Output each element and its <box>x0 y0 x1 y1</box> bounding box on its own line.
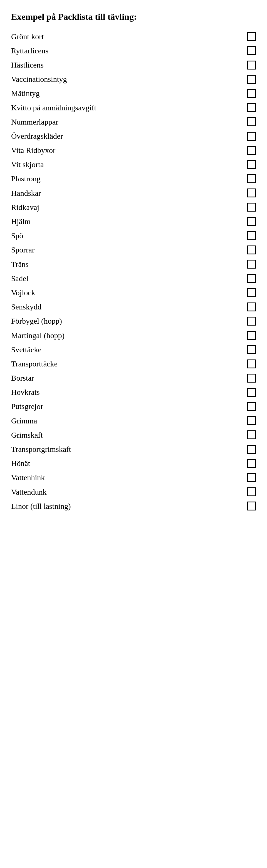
checkbox[interactable] <box>247 502 256 510</box>
checkbox[interactable] <box>247 174 256 183</box>
item-label: Vattendunk <box>11 487 241 497</box>
item-label: Träns <box>11 259 241 270</box>
item-label: Grimma <box>11 415 241 426</box>
item-label: Sadel <box>11 273 241 284</box>
item-label: Putsgrejor <box>11 401 241 412</box>
list-item: Plastrong <box>11 172 256 186</box>
item-label: Grönt kort <box>11 31 241 42</box>
checkbox[interactable] <box>247 331 256 340</box>
item-label: Svettäcke <box>11 344 241 355</box>
checkbox[interactable] <box>247 374 256 382</box>
item-label: Borstar <box>11 373 241 383</box>
checkbox[interactable] <box>247 487 256 496</box>
item-label: Grimskaft <box>11 430 241 440</box>
list-item: Sporrar <box>11 243 256 257</box>
page-title: Exempel på Packlista till tävling: <box>11 11 256 23</box>
list-item: Sadel <box>11 271 256 285</box>
item-label: Vita Ridbyxor <box>11 145 241 156</box>
checkbox[interactable] <box>247 32 256 41</box>
checkbox[interactable] <box>247 132 256 141</box>
list-item: Träns <box>11 257 256 271</box>
list-item: Vattendunk <box>11 485 256 499</box>
list-item: Transportgrimskaft <box>11 442 256 456</box>
list-item: Transporttäcke <box>11 357 256 371</box>
list-item: Handskar <box>11 186 256 200</box>
checkbox[interactable] <box>247 473 256 482</box>
checkbox[interactable] <box>247 188 256 197</box>
item-label: Transportgrimskaft <box>11 444 241 455</box>
checkbox[interactable] <box>247 160 256 169</box>
item-label: Mätintyg <box>11 88 241 99</box>
checkbox[interactable] <box>247 445 256 454</box>
checkbox[interactable] <box>247 46 256 55</box>
list-item: Vita Ridbyxor <box>11 143 256 157</box>
item-label: Vit skjorta <box>11 159 241 170</box>
item-label: Ryttarlicens <box>11 45 241 56</box>
list-item: Kvitto på anmälningsavgift <box>11 101 256 115</box>
item-label: Vaccinationsintyg <box>11 74 241 85</box>
checkbox[interactable] <box>247 303 256 311</box>
list-item: Grimskaft <box>11 428 256 442</box>
item-label: Överdragskläder <box>11 131 241 142</box>
checkbox[interactable] <box>247 203 256 212</box>
checkbox[interactable] <box>247 274 256 283</box>
checkbox[interactable] <box>247 388 256 397</box>
list-item: Mätintyg <box>11 86 256 100</box>
list-item: Vit skjorta <box>11 157 256 172</box>
list-item: Borstar <box>11 371 256 385</box>
list-item: Svettäcke <box>11 343 256 357</box>
checkbox[interactable] <box>247 345 256 354</box>
checklist: Grönt kortRyttarlicensHästlicensVaccinat… <box>11 29 256 513</box>
checkbox[interactable] <box>247 430 256 439</box>
list-item: Hönät <box>11 456 256 470</box>
checkbox[interactable] <box>247 260 256 269</box>
checkbox[interactable] <box>247 61 256 69</box>
checkbox[interactable] <box>247 246 256 254</box>
item-label: Martingal (hopp) <box>11 330 241 341</box>
checkbox[interactable] <box>247 75 256 84</box>
item-label: Förbygel (hopp) <box>11 316 241 327</box>
checkbox[interactable] <box>247 459 256 468</box>
item-label: Plastrong <box>11 173 241 184</box>
list-item: Linor (till lastning) <box>11 499 256 513</box>
list-item: Vaccinationsintyg <box>11 72 256 86</box>
item-label: Senskydd <box>11 301 241 312</box>
checkbox[interactable] <box>247 317 256 326</box>
checkbox[interactable] <box>247 103 256 112</box>
list-item: Martingal (hopp) <box>11 328 256 343</box>
item-label: Linor (till lastning) <box>11 501 241 512</box>
checkbox[interactable] <box>247 217 256 226</box>
item-label: Hjälm <box>11 216 241 227</box>
checkbox[interactable] <box>247 117 256 126</box>
list-item: Putsgrejor <box>11 399 256 413</box>
checkbox[interactable] <box>247 288 256 297</box>
checkbox[interactable] <box>247 231 256 240</box>
item-label: Ridkavaj <box>11 202 241 213</box>
list-item: Senskydd <box>11 300 256 314</box>
item-label: Vojlock <box>11 287 241 298</box>
item-label: Hovkrats <box>11 387 241 398</box>
list-item: Hjälm <box>11 214 256 228</box>
item-label: Nummerlappar <box>11 117 241 127</box>
list-item: Grönt kort <box>11 29 256 44</box>
item-label: Vattenhink <box>11 472 241 483</box>
item-label: Handskar <box>11 188 241 198</box>
list-item: Vojlock <box>11 285 256 300</box>
item-label: Hönät <box>11 458 241 469</box>
checkbox[interactable] <box>247 360 256 368</box>
checkbox[interactable] <box>247 89 256 98</box>
list-item: Spö <box>11 228 256 243</box>
list-item: Grimma <box>11 414 256 428</box>
list-item: Ridkavaj <box>11 200 256 214</box>
checkbox[interactable] <box>247 146 256 155</box>
list-item: Ryttarlicens <box>11 44 256 58</box>
list-item: Hästlicens <box>11 58 256 72</box>
item-label: Spö <box>11 230 241 241</box>
list-item: Nummerlappar <box>11 115 256 129</box>
checkbox[interactable] <box>247 402 256 411</box>
item-label: Transporttäcke <box>11 359 241 369</box>
item-label: Hästlicens <box>11 60 241 70</box>
checkbox[interactable] <box>247 416 256 425</box>
list-item: Hovkrats <box>11 385 256 399</box>
list-item: Vattenhink <box>11 470 256 485</box>
